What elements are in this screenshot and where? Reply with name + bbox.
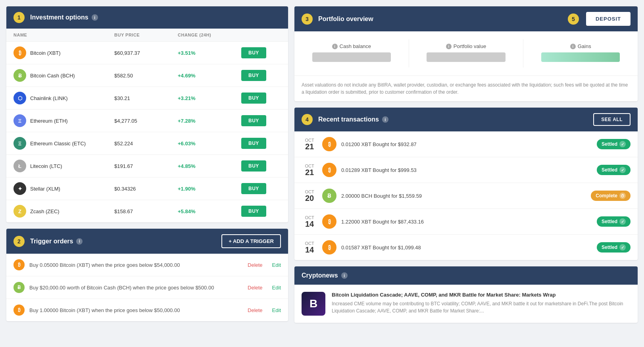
trigger-order-row: Ƀ Buy $20,000.00 worth of Bitcoin Cash (… — [6, 276, 288, 299]
buy-button[interactable]: BUY — [241, 206, 266, 217]
trigger-orders-panel: 2 Trigger orders i + ADD A TRIGGER ₿ Buy… — [6, 229, 288, 321]
asset-name: Ξ Ethereum Classic (ETC) — [13, 137, 114, 150]
tx-status-badge: Settled✓ — [597, 139, 631, 149]
asset-icon: Ξ — [13, 137, 26, 150]
investment-table-row: Ξ Ethereum Classic (ETC) $52.224 +6.03% … — [6, 132, 288, 155]
news-logo: B — [302, 292, 325, 316]
buy-button[interactable]: BUY — [241, 70, 266, 81]
investment-options-panel: 1 Investment options i NAME BUY PRICE CH… — [6, 6, 288, 222]
buy-price: $52.224 — [114, 141, 178, 147]
buy-price: $4,277.05 — [114, 118, 178, 124]
info-icon-trigger[interactable]: i — [76, 238, 83, 245]
info-icon-transactions[interactable]: i — [382, 116, 388, 123]
info-icon-news[interactable]: i — [341, 272, 348, 279]
tx-day: 21 — [302, 143, 317, 150]
change-value: +3.51% — [178, 50, 241, 56]
asset-name: Z Zcash (ZEC) — [13, 205, 114, 218]
trigger-orders-list: ₿ Buy 0.05000 Bitcoin (XBT) when the pri… — [6, 254, 288, 321]
tx-status-badge: Settled✓ — [597, 165, 631, 175]
tx-date: OCT 20 — [302, 189, 317, 202]
trigger-text: Buy 0.05000 Bitcoin (XBT) when the price… — [29, 262, 243, 268]
tx-day: 14 — [302, 246, 317, 254]
change-value: +6.03% — [178, 141, 241, 147]
stat-cash-balance: i Cash balance — [294, 39, 409, 67]
trigger-order-row: ₿ Buy 1.00000 Bitcoin (XBT) when the pri… — [6, 299, 288, 321]
news-article-excerpt: Increased CME volume may be contributing… — [332, 300, 631, 314]
buy-button[interactable]: BUY — [241, 138, 266, 149]
asset-label: Bitcoin Cash (BCH) — [30, 73, 75, 79]
tx-asset-icon: ₿ — [322, 240, 336, 254]
tx-description: 2.00000 BCH Bought for $1,559.59 — [341, 193, 586, 199]
asset-label: Bitcoin (XBT) — [30, 50, 61, 56]
cryptonews-header: Cryptonews i — [294, 266, 638, 285]
tx-description: 0.01289 XBT Bought for $999.53 — [341, 167, 592, 173]
investment-table-row: Ξ Ethereum (ETH) $4,277.05 +7.28% BUY — [6, 110, 288, 132]
deposit-button[interactable]: DEPOSIT — [586, 12, 631, 26]
col-name: NAME — [13, 33, 114, 37]
asset-icon: ✦ — [13, 182, 26, 195]
investment-table-row: ₿ Bitcoin (XBT) $60,937.37 +3.51% BUY — [6, 42, 288, 64]
trigger-delete-button[interactable]: Delete — [248, 307, 263, 313]
info-icon-gains[interactable]: i — [570, 44, 576, 49]
col-change: CHANGE (24H) — [178, 33, 241, 37]
asset-icon: ₿ — [13, 46, 26, 59]
transaction-row: OCT 20 Ƀ 2.00000 BCH Bought for $1,559.5… — [294, 183, 638, 209]
stat-portfolio-value: i Portfolio value — [409, 39, 524, 67]
buy-button[interactable]: BUY — [241, 93, 266, 104]
change-value: +7.28% — [178, 118, 241, 124]
trigger-delete-button[interactable]: Delete — [248, 262, 263, 268]
asset-label: Ethereum (ETH) — [30, 118, 68, 124]
asset-icon: Ƀ — [13, 69, 26, 82]
info-icon-portfolio[interactable]: i — [446, 44, 452, 49]
buy-price: $30.21 — [114, 95, 178, 101]
gains-value — [541, 52, 620, 62]
tx-status-badge: Complete⏱ — [591, 191, 631, 201]
tx-date: OCT 21 — [302, 164, 317, 176]
transactions-header: 4 Recent transactions i SEE ALL — [294, 108, 638, 131]
add-trigger-button[interactable]: + ADD A TRIGGER — [221, 234, 281, 248]
asset-label: Chainlink (LINK) — [30, 95, 68, 101]
cryptonews-title: Cryptonews — [302, 272, 338, 279]
info-icon-investment[interactable]: i — [92, 14, 98, 21]
asset-icon: Ξ — [13, 114, 26, 127]
asset-icon: ⬡ — [13, 92, 26, 104]
trigger-edit-button[interactable]: Edit — [272, 307, 281, 313]
investment-table-row: Z Zcash (ZEC) $158.67 +5.84% BUY — [6, 200, 288, 222]
buy-button[interactable]: BUY — [241, 115, 266, 126]
buy-price: $158.67 — [114, 208, 178, 214]
see-all-button[interactable]: SEE ALL — [593, 113, 631, 126]
tx-asset-icon: ₿ — [322, 137, 336, 151]
transaction-row: OCT 14 ₿ 1.22000 XBT Bought for $87,433.… — [294, 209, 638, 235]
trigger-edit-button[interactable]: Edit — [272, 262, 281, 268]
change-value: +4.85% — [178, 163, 241, 169]
tx-status-badge: Settled✓ — [597, 242, 631, 253]
status-check-icon: ✓ — [619, 167, 626, 173]
cryptonews-body: B Bitcoin Liquidation Cascade; AAVE, COM… — [294, 285, 638, 323]
stat-gains: i Gains — [523, 39, 638, 67]
news-article-title[interactable]: Bitcoin Liquidation Cascade; AAVE, COMP,… — [332, 292, 631, 298]
asset-name: ✦ Stellar (XLM) — [13, 182, 114, 195]
buy-price: $191.67 — [114, 163, 178, 169]
transaction-row: OCT 14 ₿ 0.01587 XBT Bought for $1,099.4… — [294, 235, 638, 260]
cryptonews-panel: Cryptonews i B Bitcoin Liquidation Casca… — [294, 266, 638, 323]
buy-button[interactable]: BUY — [241, 183, 266, 194]
tx-asset-icon: ₿ — [322, 163, 336, 177]
portfolio-overview-panel: 3 Portfolio overview 5 DEPOSIT i Cash ba… — [294, 6, 638, 101]
change-value: +1.90% — [178, 186, 241, 192]
change-value: +3.21% — [178, 95, 241, 101]
asset-name: Ł Litecoin (LTC) — [13, 160, 114, 172]
trigger-delete-button[interactable]: Delete — [248, 285, 263, 291]
recent-transactions-panel: 4 Recent transactions i SEE ALL OCT 21 ₿… — [294, 108, 638, 260]
trigger-edit-button[interactable]: Edit — [272, 285, 281, 291]
asset-label: Zcash (ZEC) — [30, 208, 60, 214]
buy-button[interactable]: BUY — [241, 160, 266, 172]
transaction-row: OCT 21 ₿ 0.01289 XBT Bought for $999.53 … — [294, 157, 638, 183]
investment-table-row: Ƀ Bitcoin Cash (BCH) $582.50 +4.69% BUY — [6, 64, 288, 87]
buy-button[interactable]: BUY — [241, 47, 266, 58]
step-badge-3: 3 — [302, 13, 313, 25]
info-icon-cash[interactable]: i — [332, 44, 338, 49]
status-check-icon: ✓ — [619, 244, 626, 251]
tx-day: 21 — [302, 168, 317, 176]
tx-asset-icon: ₿ — [322, 214, 336, 229]
change-value: +5.84% — [178, 208, 241, 214]
